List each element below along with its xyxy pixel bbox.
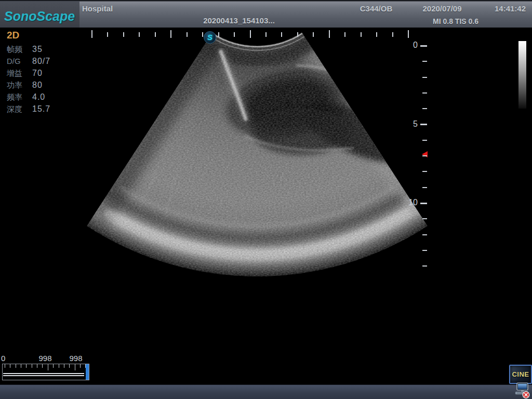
cine-current-number: 998 <box>33 354 57 363</box>
width-ruler-tick <box>329 30 330 38</box>
width-ruler-tick <box>187 32 188 37</box>
width-ruler-tick <box>344 32 345 37</box>
width-ruler-tick <box>408 30 409 38</box>
width-ruler-tick <box>91 30 92 38</box>
cine-total-number: 998 <box>64 354 88 363</box>
width-ruler-tick <box>234 32 235 37</box>
grayscale-map-bar <box>518 41 526 109</box>
param-value: 15.7 <box>32 104 50 114</box>
mode-label: 2D <box>7 30 19 41</box>
top-bar: SonoScape Hospital C344/OB 2020/07/09 14… <box>0 0 532 28</box>
param-row: 频率 4.0 <box>7 92 85 103</box>
cine-button[interactable]: CINE <box>509 365 532 384</box>
depth-ruler-tick <box>420 124 427 125</box>
cine-tick <box>69 364 70 368</box>
depth-ruler-tick <box>422 108 427 109</box>
depth-ruler-tick <box>422 234 427 235</box>
depth-ruler-tick <box>420 203 427 204</box>
width-ruler-tick <box>250 30 251 38</box>
param-value: 70 <box>32 69 43 78</box>
width-ruler-tick <box>170 30 171 38</box>
depth-ruler-tick <box>422 218 427 219</box>
param-value: 4.0 <box>32 92 45 102</box>
mi-tis-readout: MI 0.8 TIS 0.6 <box>420 17 491 25</box>
param-label: 增益 <box>7 69 22 78</box>
cine-tick <box>59 364 59 368</box>
cine-tick <box>5 364 5 368</box>
cine-tick <box>37 364 37 368</box>
cine-tick <box>75 364 75 370</box>
focus-position-marker-icon[interactable] <box>422 151 428 157</box>
param-row: D/G 80/7 <box>7 57 85 67</box>
logo-panel: SonoScape <box>0 1 79 28</box>
width-ruler-tick <box>202 32 203 37</box>
depth-ruler-tick <box>422 92 427 94</box>
width-ruler-tick <box>218 32 219 37</box>
cine-tick <box>26 364 26 368</box>
cine-tick <box>53 364 54 368</box>
cine-start-number: 0 <box>1 354 5 363</box>
param-row: 增益 70 <box>7 69 85 79</box>
depth-ruler-tick <box>422 171 427 172</box>
depth-label: 0 <box>403 41 418 50</box>
probe-orientation-marker-icon: S <box>204 31 216 44</box>
depth-ruler-tick <box>422 61 427 62</box>
cine-tick <box>10 364 10 368</box>
cine-tick <box>42 364 43 368</box>
depth-label: 5 <box>403 119 418 129</box>
cine-tick <box>48 364 48 370</box>
ultrasound-app-screen: { "header": { "brand": "SonoScape", "hos… <box>0 0 532 399</box>
bottom-bar <box>0 384 532 399</box>
depth-ruler-tick <box>422 155 427 156</box>
cine-tick <box>16 364 16 368</box>
depth-ruler-tick <box>422 77 427 78</box>
cine-track-line <box>3 375 84 376</box>
cine-tick <box>32 364 32 368</box>
hospital-name: Hospital <box>82 4 113 13</box>
depth-ruler-tick <box>422 140 427 141</box>
network-disconnected-icon[interactable] <box>512 382 530 398</box>
cine-scrollbar-ticks <box>2 364 89 380</box>
exam-date: 2020/07/09 <box>415 4 470 13</box>
width-ruler-tick <box>297 32 298 37</box>
param-value: 80 <box>32 81 43 90</box>
depth-ruler-tick <box>422 250 427 251</box>
width-ruler-tick <box>313 32 314 37</box>
probe-preset: C344/OB <box>352 4 400 13</box>
depth-ruler-tick <box>422 265 427 267</box>
brand-logo: SonoScape <box>4 9 75 24</box>
cine-tick <box>21 364 21 368</box>
cine-track-line <box>3 373 84 374</box>
cine-position-thumb[interactable] <box>86 364 89 380</box>
param-label: 帧频 <box>7 45 22 55</box>
param-value: 35 <box>32 45 43 54</box>
width-ruler-tick <box>265 32 267 37</box>
param-value: 80/7 <box>32 57 50 66</box>
width-ruler-tick <box>107 32 108 37</box>
cine-tick <box>64 364 64 368</box>
param-row: 深度 15.7 <box>7 104 85 115</box>
exam-time: 14:41:42 <box>489 4 531 13</box>
param-row: 帧频 35 <box>7 45 85 55</box>
cine-tick <box>80 364 81 368</box>
width-ruler-tick <box>139 32 140 37</box>
width-ruler-tick <box>361 32 362 37</box>
file-name: 20200413_154103... <box>177 16 301 25</box>
param-label: 深度 <box>7 104 22 114</box>
depth-label: 10 <box>403 198 418 207</box>
depth-ruler-tick <box>422 187 427 188</box>
width-ruler-tick <box>376 32 377 37</box>
width-ruler-tick <box>155 32 156 37</box>
width-ruler-tick <box>281 32 282 37</box>
param-label: 功率 <box>7 81 22 90</box>
depth-ruler-tick <box>420 45 427 47</box>
width-ruler-tick <box>392 32 393 37</box>
param-label: D/G <box>7 57 21 65</box>
param-label: 频率 <box>7 92 22 102</box>
param-row: 功率 80 <box>7 81 85 91</box>
width-ruler-tick <box>123 32 124 37</box>
